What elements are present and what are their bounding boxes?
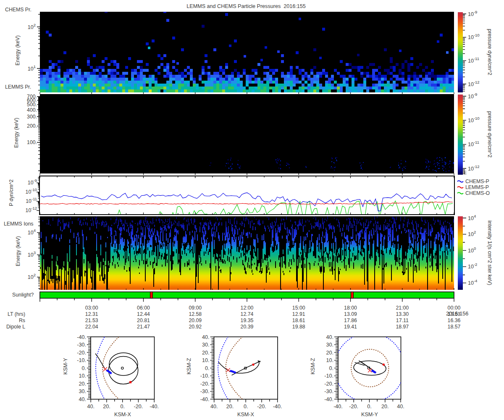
svg-text:12.44: 12.44 — [137, 311, 150, 317]
svg-text:0.: 0. — [205, 365, 210, 371]
svg-text:CHEMS-P: CHEMS-P — [465, 178, 489, 184]
svg-text:200.: 200. — [27, 123, 37, 129]
svg-text:0.: 0. — [329, 365, 333, 371]
svg-text:300.: 300. — [27, 114, 37, 120]
svg-text:2016-156: 2016-156 — [446, 311, 468, 317]
svg-text:40.: 40. — [326, 334, 333, 340]
svg-text:pressure dyne/cm^2: pressure dyne/cm^2 — [487, 111, 493, 158]
svg-text:-20.: -20. — [134, 404, 143, 410]
svg-text:22.04: 22.04 — [85, 324, 98, 330]
svg-text:LT (hrs): LT (hrs) — [8, 311, 25, 317]
svg-text:LEMMS-P: LEMMS-P — [465, 184, 489, 190]
svg-text:13.09: 13.09 — [344, 311, 357, 317]
svg-text:-20.: -20. — [200, 381, 210, 387]
svg-text:-10.: -10. — [77, 357, 86, 363]
svg-text:LEMMS Pr.: LEMMS Pr. — [5, 84, 31, 90]
svg-text:KSM-Y: KSM-Y — [361, 412, 378, 417]
svg-text:06:00: 06:00 — [137, 305, 150, 311]
svg-text:intensity 1/(s cm^2 ster keV): intensity 1/(s cm^2 ster keV) — [487, 220, 493, 285]
svg-text:-10.: -10. — [200, 373, 210, 379]
svg-text:15:00: 15:00 — [292, 305, 305, 311]
svg-text:18.57: 18.57 — [448, 324, 461, 330]
svg-text:Sunlight?: Sunlight? — [12, 292, 34, 298]
svg-text:-10.: -10. — [324, 373, 333, 379]
svg-text:-20.: -20. — [77, 350, 86, 356]
svg-text:-20.: -20. — [257, 404, 266, 410]
svg-text:21:00: 21:00 — [396, 305, 409, 311]
svg-text:16.36: 16.36 — [448, 318, 461, 323]
svg-text:20.: 20. — [226, 404, 234, 410]
svg-text:0.: 0. — [244, 404, 248, 410]
svg-text:12.91: 12.91 — [292, 311, 305, 317]
svg-text:19.88: 19.88 — [292, 324, 305, 330]
svg-text:18.61: 18.61 — [292, 318, 305, 323]
svg-text:Energy (keV): Energy (keV) — [15, 35, 21, 66]
svg-text:KSM-X: KSM-X — [237, 412, 254, 417]
svg-text:100.: 100. — [27, 139, 37, 145]
svg-text:20.: 20. — [79, 381, 86, 387]
svg-text:0.: 0. — [81, 365, 86, 371]
svg-text:-40.: -40. — [324, 396, 333, 402]
svg-text:LEMMS and CHEMS Particle Press: LEMMS and CHEMS Particle Pressures 2016:… — [186, 3, 305, 9]
svg-text:19.41: 19.41 — [344, 324, 357, 330]
svg-text:18.97: 18.97 — [396, 324, 409, 330]
svg-text:Dipole L: Dipole L — [6, 324, 25, 330]
svg-text:21.53: 21.53 — [85, 318, 98, 323]
svg-text:-30.: -30. — [77, 342, 86, 348]
svg-text:09:00: 09:00 — [189, 305, 202, 311]
svg-text:-40.: -40. — [273, 404, 282, 410]
svg-text:10.: 10. — [202, 357, 210, 363]
svg-text:40.: 40. — [79, 396, 86, 402]
svg-text:10.: 10. — [326, 357, 333, 363]
svg-text:00:00: 00:00 — [448, 305, 461, 311]
svg-text:20.92: 20.92 — [189, 324, 202, 330]
svg-text:12.74: 12.74 — [241, 311, 254, 317]
svg-text:KSM-Z: KSM-Z — [186, 358, 192, 374]
svg-text:P dyn/cm^2: P dyn/cm^2 — [8, 179, 14, 206]
svg-text:40.: 40. — [397, 404, 404, 410]
svg-text:-20.: -20. — [324, 381, 333, 387]
svg-text:400.: 400. — [27, 107, 37, 113]
svg-text:12:00: 12:00 — [241, 305, 254, 311]
svg-text:17.11: 17.11 — [396, 318, 409, 323]
svg-text:03:00: 03:00 — [85, 305, 98, 311]
svg-text:-40.: -40. — [150, 404, 159, 410]
svg-text:18:00: 18:00 — [344, 305, 357, 311]
svg-text:-40.: -40. — [333, 404, 343, 410]
svg-text:KSM-Z: KSM-Z — [310, 358, 316, 374]
svg-text:20.: 20. — [202, 350, 210, 356]
svg-text:-40.: -40. — [77, 334, 86, 340]
svg-text:12.31: 12.31 — [85, 311, 98, 317]
svg-text:40.: 40. — [202, 334, 210, 340]
svg-text:40.: 40. — [87, 404, 94, 410]
svg-text:CHEMS Pr.: CHEMS Pr. — [5, 7, 32, 13]
svg-text:20.: 20. — [381, 404, 389, 410]
svg-text:KSM-X: KSM-X — [114, 412, 131, 417]
svg-text:pressure dyne/cm^2: pressure dyne/cm^2 — [487, 29, 493, 76]
svg-text:20.: 20. — [326, 350, 333, 356]
svg-text:40.: 40. — [210, 404, 218, 410]
svg-text:20.81: 20.81 — [137, 318, 150, 323]
svg-text:30.: 30. — [326, 342, 333, 348]
svg-text:30.: 30. — [202, 342, 210, 348]
svg-text:10.: 10. — [79, 373, 86, 379]
svg-text:LEMMS Ions: LEMMS Ions — [4, 221, 33, 227]
svg-text:20.39: 20.39 — [241, 324, 254, 330]
svg-text:-20.: -20. — [349, 404, 358, 410]
svg-text:CHEMS-O: CHEMS-O — [465, 190, 490, 196]
svg-text:Rs: Rs — [19, 318, 25, 323]
svg-text:Energy (keV): Energy (keV) — [13, 118, 19, 148]
svg-text:-40.: -40. — [200, 396, 210, 402]
svg-text:KSM-Y: KSM-Y — [63, 357, 68, 374]
svg-text:30.: 30. — [79, 388, 86, 394]
svg-text:12.58: 12.58 — [189, 311, 202, 317]
svg-text:17.86: 17.86 — [344, 318, 357, 323]
svg-text:13.30: 13.30 — [396, 311, 409, 317]
svg-text:20.09: 20.09 — [189, 318, 202, 323]
svg-text:0.: 0. — [367, 404, 372, 410]
svg-text:-30.: -30. — [200, 388, 210, 394]
svg-text:Energy (keV): Energy (keV) — [15, 236, 21, 266]
svg-text:20.: 20. — [103, 404, 110, 410]
svg-text:19.35: 19.35 — [241, 318, 254, 323]
svg-text:0.: 0. — [120, 404, 125, 410]
